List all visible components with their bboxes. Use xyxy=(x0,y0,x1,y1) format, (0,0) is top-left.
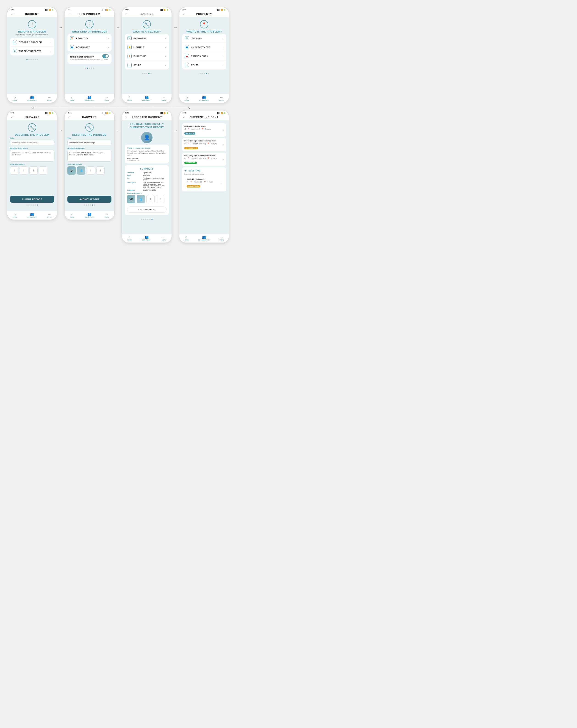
menu-item-myapt[interactable]: 👥 MY APPARTMENT › xyxy=(182,43,226,52)
photo-thumb-6-1: 💧 xyxy=(77,166,85,175)
photo-slot-7-3[interactable]: ⬆ xyxy=(156,195,164,203)
incident-title-1: Flickering light at the entrance door xyxy=(184,140,224,142)
property-label: PROPERTY xyxy=(76,37,89,40)
nav-more-3[interactable]: ··· MORE xyxy=(162,95,167,101)
nav-more-8[interactable]: ··· MORE xyxy=(220,235,224,241)
nav-community-2[interactable]: 👥 COMMUNITY xyxy=(84,95,94,101)
menu-item-current[interactable]: 🖥 CURRENT REPORTS › xyxy=(10,47,54,55)
back-arrow-8[interactable]: ← xyxy=(182,115,186,119)
back-arrow-3[interactable]: ← xyxy=(125,12,128,16)
screen-harware-filled: 9:41 ▐▐▐ 📶 🔋 ← HARWARE 🔧 DESCRIBE THE P xyxy=(64,110,115,220)
time-7: 9:41 xyxy=(125,112,129,114)
incident-title-2: Flickering light at the entrance door xyxy=(184,155,224,157)
menu-item-other-3[interactable]: ··· OTHER › xyxy=(125,61,169,70)
nav-home-5[interactable]: ⌂ HOME xyxy=(12,212,17,218)
sensitive-badge: IN PROGRESS xyxy=(187,185,200,187)
bottom-nav-4: ⌂ HOME 👥 COMMUNITY ··· MORE xyxy=(179,94,229,103)
menu-item-community[interactable]: 👥 COMMUNITY › xyxy=(68,43,111,52)
menu-item-report[interactable]: 📄 REPORT A PROBLEM › xyxy=(10,38,54,47)
menu-item-furniture[interactable]: 🪑 FURNITURE › xyxy=(125,52,169,61)
incident-card-0[interactable]: Dishwasher broke down #1 📍 Apartment 2 📅… xyxy=(182,123,226,137)
sensitive-num: #1 xyxy=(187,181,188,183)
menu-item-building[interactable]: 🏢 BUILDING › xyxy=(182,34,226,43)
nav-home-6[interactable]: ⌂ HOME xyxy=(70,212,74,218)
header-5: ← HARWARE xyxy=(7,114,57,120)
nav-home-3[interactable]: ⌂ HOME xyxy=(127,95,132,101)
header-3: ← BUILDING xyxy=(122,11,172,17)
nav-home-1[interactable]: ⌂ HOME xyxy=(12,95,17,101)
more-label-1: MORE xyxy=(47,100,52,101)
chevron-report: › xyxy=(50,41,51,44)
nav-community-5[interactable]: 👥 COMMUNITY xyxy=(27,212,37,218)
icon-4: 📍 xyxy=(200,20,208,28)
back-arrow-4[interactable]: ← xyxy=(182,12,186,16)
report-icon: 📄 xyxy=(13,40,17,44)
nav-more-5[interactable]: ··· MORE xyxy=(47,212,52,218)
col-screen3: 9:41 ▐▐▐ 📶 🔋 ← BUILDING 🔧 WHAT IS AFFEC xyxy=(122,7,172,103)
menu-item-property[interactable]: 🏠 PROPERTY › xyxy=(68,34,111,43)
content-5: 🔧 DESCRIBE THE PROBLEM Title Detailed de… xyxy=(7,120,57,211)
badge-0: RECEIVED xyxy=(184,132,195,134)
nav-more-6[interactable]: ··· MORE xyxy=(105,212,109,218)
back-arrow-6[interactable]: ← xyxy=(68,115,71,119)
back-arrow-1[interactable]: ← xyxy=(10,12,14,16)
photo-grid-6: 🍽 💧 ⬆ ⬆ xyxy=(68,166,111,175)
back-arrow-7[interactable]: ← xyxy=(125,115,128,119)
summary-row-desc: Description "We ran the dishwasher and w… xyxy=(127,182,167,188)
nav-community-7[interactable]: 👥 COMMUNITY xyxy=(142,235,152,241)
nav-more-2[interactable]: ··· MORE xyxy=(105,95,109,101)
title-input-5[interactable] xyxy=(10,140,54,145)
current-icon: 🖥 xyxy=(13,49,17,53)
more-icon-2: ··· xyxy=(105,95,108,99)
header-7: ← REPORTED INCIDENT xyxy=(122,114,172,120)
photo-slot-5-3[interactable]: ⬆ xyxy=(39,166,47,175)
toggle-card: Is this matter sensitive? If selected, t… xyxy=(68,53,111,64)
nav-community-6[interactable]: 👥 COMMUNITY xyxy=(84,212,94,218)
photo-slot-5-2[interactable]: ⬆ xyxy=(29,166,37,175)
nav-home-4[interactable]: ⌂ HOME xyxy=(184,95,189,101)
nav-more-7[interactable]: ··· MORE xyxy=(162,235,167,241)
incident-card-1[interactable]: Flickering light at the entrance door #1… xyxy=(182,138,226,151)
menu-item-lighting[interactable]: 💡 LIGHTING › xyxy=(125,43,169,52)
photo-slot-6-2[interactable]: ⬆ xyxy=(87,166,95,175)
dots-7 xyxy=(141,217,152,222)
menu-item-other-4[interactable]: ··· OTHER › xyxy=(182,61,226,70)
nav-home-7[interactable]: ⌂ HOME xyxy=(127,235,132,241)
sensitive-days: 1 day(s) xyxy=(207,181,213,183)
nav-more-4[interactable]: ··· MORE xyxy=(219,95,224,101)
bottom-nav-3: ⌂ HOME 👥 COMMUNITY ··· MORE xyxy=(122,94,172,103)
submit-btn-5[interactable]: SUBMIT REPORT xyxy=(10,196,54,203)
nav-home-2[interactable]: ⌂ HOME xyxy=(70,95,74,101)
back-arrow-2[interactable]: ← xyxy=(68,12,71,16)
back-to-start-btn[interactable]: BACK TO START xyxy=(127,207,167,213)
sensitive-toggle[interactable] xyxy=(102,54,109,58)
nav-more-1[interactable]: ··· MORE xyxy=(47,95,52,101)
photo-slot-5-0[interactable]: ⬆ xyxy=(10,166,18,175)
incident-title-0: Dishwasher broke down xyxy=(184,125,224,127)
back-arrow-5[interactable]: ← xyxy=(10,115,14,119)
desc-textarea-5[interactable] xyxy=(10,150,54,162)
summary-row-type: Type Hardware xyxy=(127,175,167,176)
bottom-row: 9:41 ▐▐▐ 📶 🔋 ← HARWARE 🔧 DESCRIBE THE P xyxy=(7,110,570,243)
nav-community-8[interactable]: 👥 83 COMMUNITY xyxy=(198,235,210,241)
bottom-nav-2: ⌂ HOME 👥 COMMUNITY ··· MORE xyxy=(65,94,114,103)
badge-1: IN PROGRESS xyxy=(184,147,198,149)
menu-item-hardware[interactable]: 🔧 HARDWARE › xyxy=(125,34,169,43)
home-icon-1: ⌂ xyxy=(14,95,16,99)
desc-label-5: Detailed description xyxy=(10,147,54,149)
title-input-6[interactable] xyxy=(68,140,111,145)
status-icons-2: ▐▐▐ 📶 🔋 xyxy=(102,9,111,11)
nav-home-8[interactable]: ⌂ HOME xyxy=(184,235,189,241)
photo-slot-6-3[interactable]: ⬆ xyxy=(96,166,105,175)
submit-btn-6[interactable]: SUBMIT REPORT xyxy=(68,196,111,203)
menu-item-common[interactable]: 🚗 COMMON AREA › xyxy=(182,52,226,61)
nav-community-3[interactable]: 👥 COMMUNITY xyxy=(142,95,152,101)
bottom-nav-7: ⌂ HOME 👥 COMMUNITY ··· MORE xyxy=(122,234,172,242)
nav-community-4[interactable]: 👥 COMMUNITY xyxy=(199,95,209,101)
photo-slot-7-2[interactable]: ⬆ xyxy=(146,195,155,203)
nav-community-1[interactable]: 👥 COMMUNITY xyxy=(27,95,37,101)
incident-card-2[interactable]: Flickering light at the entrance door #1… xyxy=(182,153,226,166)
desc-textarea-6[interactable]: Dishwasher broke down last night. Water … xyxy=(68,150,111,162)
sensitive-incident-card[interactable]: Bullied by flat mates #1 📍 Apartment 2 📅… xyxy=(184,176,224,189)
photo-slot-5-1[interactable]: ⬆ xyxy=(20,166,28,175)
